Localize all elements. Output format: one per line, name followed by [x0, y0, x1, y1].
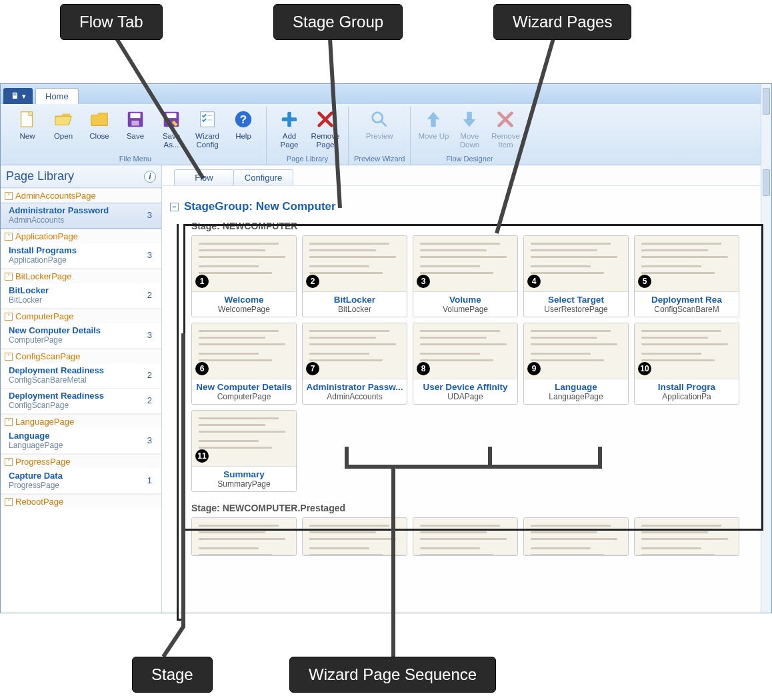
lib-item-subtitle: AdminAccounts: [9, 215, 109, 225]
lib-item-title: BitLocker: [9, 285, 49, 295]
wizard-page-card[interactable]: 3VolumeVolumePage: [413, 235, 518, 317]
wizard-page-card[interactable]: [634, 517, 739, 556]
new-button[interactable]: New: [10, 107, 45, 142]
lib-item[interactable]: Deployment ReadinessConfigScanBareMetal2: [1, 363, 161, 389]
lib-group-header[interactable]: ˄ApplicationPage: [1, 229, 161, 243]
folder-icon: [88, 108, 111, 131]
wizard-page-card[interactable]: 8User Device AffinityUDAPage: [413, 323, 518, 405]
lib-group-header[interactable]: ˄ComputerPage: [1, 309, 161, 323]
wizard-config-button[interactable]: Wizard Config: [190, 107, 225, 150]
wizard-page-card[interactable]: 4Select TargetUserRestorePage: [523, 235, 629, 317]
sidebar-list[interactable]: ˄AdminAccountsPageAdministrator Password…: [1, 188, 161, 613]
lib-group-name: BitLockerPage: [15, 271, 72, 281]
arrow-down-icon: [458, 108, 481, 131]
lib-group-header[interactable]: ˄AdminAccountsPage: [1, 188, 161, 203]
info-icon[interactable]: i: [144, 171, 156, 183]
wizard-page-card[interactable]: 6New Computer DetailsComputerPage: [191, 323, 297, 405]
svg-text:?: ?: [240, 113, 247, 126]
tab-flow[interactable]: Flow: [174, 169, 234, 185]
sidebar: Page Library i ˄AdminAccountsPageAdminis…: [1, 165, 162, 613]
lib-item-count: 3: [147, 330, 156, 340]
svg-rect-3: [12, 93, 17, 99]
help-button[interactable]: ? Help: [226, 107, 261, 142]
lib-item[interactable]: Deployment ReadinessConfigScanPage2: [1, 389, 161, 414]
lib-item-title: Deployment Readiness: [9, 365, 104, 375]
add-page-button[interactable]: Add Page: [272, 107, 307, 150]
save-button[interactable]: Save: [118, 107, 153, 142]
svg-rect-10: [131, 121, 139, 126]
lib-item[interactable]: LanguageLanguagePage3: [1, 429, 161, 454]
wizard-page-preview: 11: [192, 411, 296, 467]
wizard-page-card[interactable]: 9LanguageLanguagePage: [523, 323, 629, 405]
close-button[interactable]: Close: [82, 107, 117, 142]
lib-item-count: 2: [147, 290, 156, 300]
wizard-page-card[interactable]: [523, 517, 629, 556]
lib-group-header[interactable]: ˄ProgressPage: [1, 454, 161, 469]
lib-item-count: 2: [147, 370, 156, 380]
wizard-page-card[interactable]: [302, 517, 407, 556]
collapse-icon[interactable]: −: [170, 203, 179, 211]
scrollbar[interactable]: [761, 165, 771, 613]
open-button[interactable]: Open: [46, 107, 81, 142]
tab-strip: Flow Configure: [162, 165, 771, 186]
save-as-icon: [160, 108, 183, 131]
wizard-page-card[interactable]: [413, 517, 518, 556]
lib-item-count: 3: [147, 210, 156, 220]
callout-wizard-pages: Wizard Pages: [493, 4, 631, 40]
wizard-page-preview: 3: [413, 236, 517, 292]
flow-body[interactable]: − StageGroup: New Computer Stage: NEWCOM…: [162, 186, 771, 613]
wizard-page-titles: Deployment ReaConfigScanBareM: [635, 292, 739, 317]
ribbon-tab-home[interactable]: Home: [35, 88, 79, 104]
wizard-page-card[interactable]: 5Deployment ReaConfigScanBareM: [634, 235, 739, 317]
svg-rect-19: [282, 117, 297, 121]
sequence-badge: 8: [417, 362, 430, 375]
wizard-page-card[interactable]: 10Install PrograApplicationPa: [634, 323, 739, 405]
lib-group-header[interactable]: ˄RebootPage: [1, 494, 161, 509]
move-up-button[interactable]: Move Up: [416, 107, 451, 142]
arrow-up-icon: [422, 108, 445, 131]
wizard-page-subtitle: VolumePage: [416, 305, 515, 314]
move-down-button[interactable]: Move Down: [452, 107, 487, 150]
remove-page-button[interactable]: Remove Page: [308, 107, 343, 150]
lib-item[interactable]: BitLockerBitLocker2: [1, 283, 161, 309]
lib-item[interactable]: Install ProgramsApplicationPage3: [1, 243, 161, 269]
wizard-page-card[interactable]: 2BitLockerBitLocker: [302, 235, 407, 317]
lib-item-count: 3: [147, 250, 156, 260]
wizard-page-title: Deployment Rea: [637, 295, 736, 305]
wizard-page-card[interactable]: 1WelcomeWelcomePage: [191, 235, 297, 317]
lib-item-count: 3: [147, 435, 156, 445]
ribbon-group-label: Flow Designer: [446, 153, 493, 165]
chevron-up-icon: ˄: [5, 418, 13, 426]
stage-group-header[interactable]: − StageGroup: New Computer: [170, 198, 763, 215]
lib-group-header[interactable]: ˄ConfigScanPage: [1, 349, 161, 363]
svg-rect-13: [201, 112, 215, 127]
ribbon-label: Close: [89, 132, 109, 141]
lib-group-header[interactable]: ˄LanguagePage: [1, 414, 161, 429]
lib-item[interactable]: Capture DataProgressPage1: [1, 469, 161, 494]
lib-item[interactable]: Administrator PasswordAdminAccounts3: [1, 203, 161, 229]
svg-rect-9: [131, 113, 141, 119]
lib-item-title: New Computer Details: [9, 325, 101, 335]
wizard-page-card[interactable]: 11SummarySummaryPage: [191, 410, 297, 492]
wizard-page-card[interactable]: [191, 517, 297, 556]
save-as-button[interactable]: Save As...: [154, 107, 189, 150]
wizard-page-subtitle: UserRestorePage: [527, 305, 625, 314]
tab-configure[interactable]: Configure: [233, 169, 293, 185]
sequence-badge: 9: [527, 362, 541, 375]
app-menu-button[interactable]: ▾: [3, 88, 33, 104]
ribbon-label: Save As...: [155, 132, 187, 149]
wizard-page-subtitle: WelcomePage: [195, 305, 293, 314]
lib-item[interactable]: New Computer DetailsComputerPage3: [1, 323, 161, 349]
sequence-badge: 11: [195, 449, 209, 463]
wizard-page-card[interactable]: 7Administrator Passw...AdminAccounts: [302, 323, 407, 405]
ribbon-label: Open: [54, 132, 73, 141]
lib-item-subtitle: ProgressPage: [9, 481, 63, 490]
preview-button[interactable]: Preview: [362, 107, 397, 142]
wizard-page-subtitle: BitLocker: [305, 305, 404, 314]
checklist-icon: [196, 108, 219, 131]
wizard-page-title: Language: [527, 382, 625, 392]
new-document-icon: [16, 108, 39, 131]
lib-group-header[interactable]: ˄BitLockerPage: [1, 269, 161, 283]
wizard-page-title: Welcome: [195, 295, 293, 305]
remove-item-button[interactable]: Remove Item: [488, 107, 523, 150]
